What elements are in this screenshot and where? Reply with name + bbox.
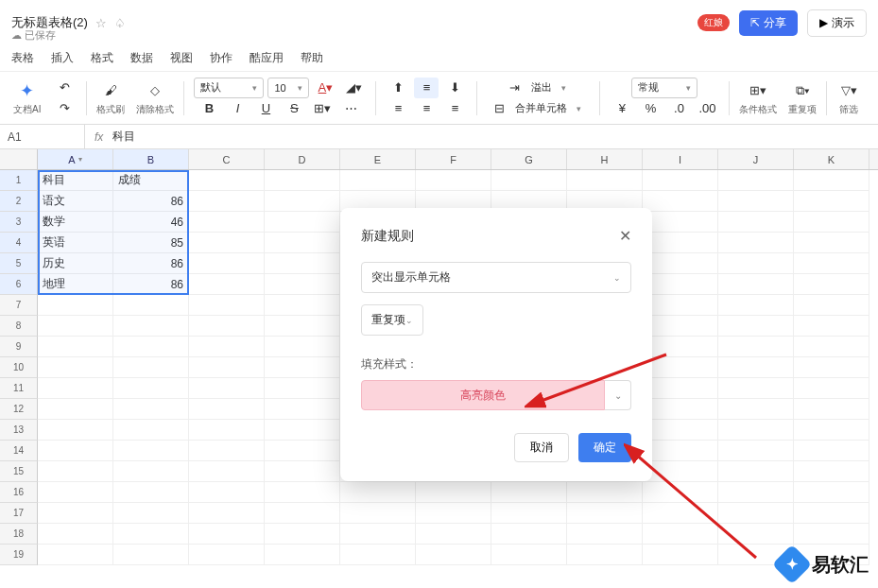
cell[interactable]	[189, 191, 265, 212]
cell[interactable]	[38, 295, 113, 316]
brush-icon[interactable]: 🖌	[98, 80, 123, 101]
font-select[interactable]: 默认▾	[194, 78, 264, 98]
valign-bot-icon[interactable]: ⬇	[442, 78, 467, 98]
cell[interactable]	[643, 524, 718, 545]
row-header[interactable]: 6	[0, 274, 38, 295]
cell[interactable]	[643, 482, 718, 503]
cell[interactable]	[38, 399, 113, 420]
cell[interactable]	[38, 357, 113, 378]
cell[interactable]	[643, 253, 718, 274]
italic-icon[interactable]: I	[225, 98, 250, 119]
cell[interactable]	[113, 441, 189, 461]
cell[interactable]: 科目	[38, 170, 113, 191]
cell[interactable]	[643, 399, 718, 420]
bold-icon[interactable]: B	[197, 98, 221, 119]
menu-apps[interactable]: 酷应用	[250, 50, 284, 66]
cell[interactable]	[643, 316, 718, 337]
cell[interactable]	[643, 378, 718, 399]
cell[interactable]	[794, 524, 869, 545]
col-header-c[interactable]: C	[189, 149, 265, 169]
row-header[interactable]: 16	[0, 482, 38, 503]
cell[interactable]	[38, 337, 113, 357]
cond-format-icon[interactable]: ⊞▾	[746, 80, 770, 101]
cell[interactable]	[189, 524, 265, 545]
strike-icon[interactable]: S	[282, 98, 306, 119]
cell[interactable]	[567, 170, 643, 191]
valign-top-icon[interactable]: ⬆	[386, 78, 410, 98]
present-button[interactable]: ▶ 演示	[807, 9, 867, 37]
cell[interactable]	[189, 253, 265, 274]
cell[interactable]	[794, 295, 869, 316]
cell[interactable]	[643, 420, 718, 441]
cell[interactable]	[718, 441, 794, 461]
cell[interactable]	[265, 378, 340, 399]
cell[interactable]	[340, 482, 416, 503]
cell[interactable]	[189, 274, 265, 295]
cell[interactable]	[265, 212, 340, 233]
menu-view[interactable]: 视图	[170, 50, 193, 66]
row-header[interactable]: 1	[0, 170, 38, 191]
cell[interactable]	[38, 316, 113, 337]
row-header[interactable]: 18	[0, 524, 38, 545]
cell[interactable]	[567, 524, 643, 545]
cell[interactable]	[189, 503, 265, 524]
cell[interactable]	[794, 357, 869, 378]
cell[interactable]: 46	[113, 212, 189, 233]
row-header[interactable]: 13	[0, 420, 38, 441]
cell[interactable]	[38, 378, 113, 399]
cell[interactable]	[643, 357, 718, 378]
cell[interactable]	[265, 253, 340, 274]
cell[interactable]	[113, 482, 189, 503]
cell[interactable]	[794, 253, 869, 274]
cell-reference[interactable]: A1	[0, 125, 85, 148]
cell[interactable]	[265, 316, 340, 337]
cell[interactable]	[38, 461, 113, 482]
align-center-icon[interactable]: ≡	[414, 98, 439, 119]
cell[interactable]	[491, 503, 567, 524]
cell[interactable]	[265, 503, 340, 524]
cell[interactable]: 英语	[38, 233, 113, 253]
valign-mid-icon[interactable]: ≡	[414, 78, 439, 98]
cell[interactable]	[189, 461, 265, 482]
cell[interactable]	[265, 233, 340, 253]
cell[interactable]	[38, 441, 113, 461]
cell[interactable]: 语文	[38, 191, 113, 212]
cell[interactable]	[718, 295, 794, 316]
currency-icon[interactable]: ¥	[610, 98, 634, 119]
row-header[interactable]: 8	[0, 316, 38, 337]
cell[interactable]	[265, 461, 340, 482]
cell[interactable]	[38, 482, 113, 503]
cell[interactable]	[718, 274, 794, 295]
cell[interactable]	[718, 316, 794, 337]
cell[interactable]	[794, 441, 869, 461]
merge-dd[interactable]: ▾	[571, 98, 590, 119]
col-header-d[interactable]: D	[265, 149, 340, 169]
row-header[interactable]: 4	[0, 233, 38, 253]
cell[interactable]	[189, 316, 265, 337]
cell[interactable]	[794, 399, 869, 420]
fill-color-icon[interactable]: ◢▾	[341, 78, 366, 98]
row-header[interactable]: 10	[0, 357, 38, 378]
cell[interactable]	[643, 441, 718, 461]
row-header[interactable]: 9	[0, 337, 38, 357]
cell[interactable]	[265, 274, 340, 295]
col-header-i[interactable]: I	[643, 149, 718, 169]
cell[interactable]	[794, 212, 869, 233]
cell[interactable]	[113, 461, 189, 482]
condition-select[interactable]: 重复项 ⌄	[361, 304, 423, 336]
merge-icon[interactable]: ⊟	[487, 98, 511, 119]
row-header[interactable]: 7	[0, 295, 38, 316]
cell[interactable]	[718, 170, 794, 191]
select-all-corner[interactable]	[0, 149, 38, 169]
col-header-g[interactable]: G	[491, 149, 567, 169]
cell[interactable]	[643, 337, 718, 357]
cell[interactable]	[794, 378, 869, 399]
row-header[interactable]: 11	[0, 378, 38, 399]
wrap-icon[interactable]: ⇥	[503, 78, 527, 98]
cell[interactable]	[718, 357, 794, 378]
cell[interactable]	[643, 170, 718, 191]
cell[interactable]: 85	[113, 233, 189, 253]
cell[interactable]	[416, 170, 491, 191]
cell[interactable]: 86	[113, 253, 189, 274]
col-header-f[interactable]: F	[416, 149, 491, 169]
